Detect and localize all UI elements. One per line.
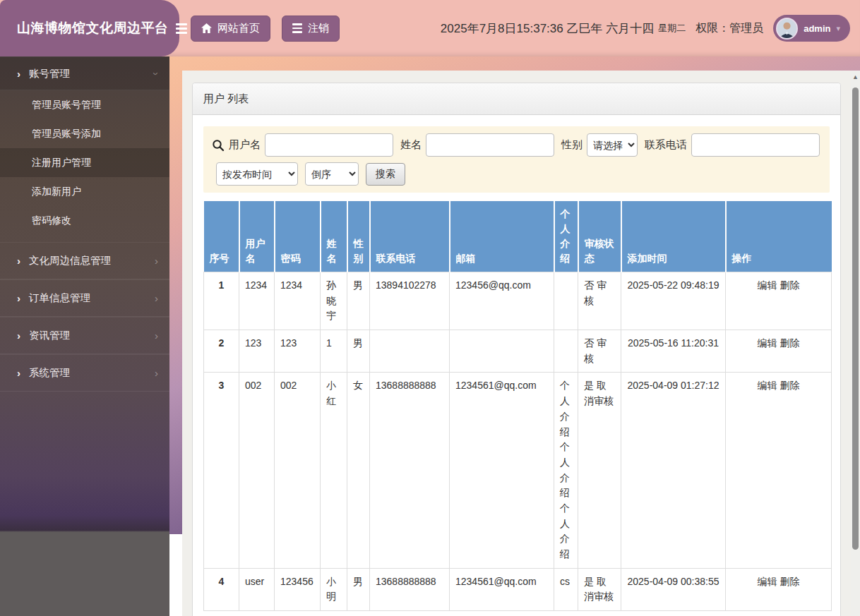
edit-link[interactable]: 编辑 — [758, 576, 777, 587]
delete-link[interactable]: 删除 — [780, 279, 800, 291]
sidebar-item-password-change[interactable]: 密码修改 — [0, 206, 169, 235]
cell-audit-status: 是 取消审核 — [578, 373, 621, 568]
sidebar-item-news-management[interactable]: › 资讯管理 › — [0, 317, 169, 354]
cell-seq: 1 — [204, 272, 239, 330]
scrollbar-thumb[interactable] — [852, 87, 859, 550]
delete-link[interactable]: 删除 — [780, 337, 800, 349]
sidebar-item-account-management[interactable]: › 账号管理 › — [0, 56, 169, 90]
name-input[interactable] — [426, 133, 554, 157]
sidebar-item-admin-account-add[interactable]: 管理员账号添加 — [0, 119, 169, 148]
cell-actions: 编辑删除 — [726, 330, 832, 373]
cell-actions: 编辑删除 — [726, 568, 832, 610]
table-row: 3002002小红女136888888881234561@qq.com个人介绍个… — [204, 373, 832, 568]
column-header: 审核状态 — [578, 201, 621, 272]
chevron-down-icon: ▾ — [836, 24, 840, 33]
sidebar-item-admin-account-manage[interactable]: 管理员账号管理 — [0, 90, 169, 119]
cell-password: 002 — [275, 373, 321, 568]
column-header: 添加时间 — [621, 201, 726, 272]
gender-label: 性别 — [561, 138, 583, 152]
cell-added-time: 2025-05-22 09:48:19 — [621, 272, 726, 330]
cell-intro — [554, 330, 578, 373]
phone-input[interactable] — [691, 133, 820, 157]
sidebar-item-registered-user-manage[interactable]: 注册用户管理 — [0, 148, 169, 177]
user-menu[interactable]: admin ▾ — [773, 15, 850, 42]
sidebar-item-order-info-management[interactable]: › 订单信息管理 › — [0, 279, 169, 317]
username-label: 用户名 — [229, 138, 261, 152]
chevron-right-icon: › — [155, 330, 158, 341]
home-button[interactable]: 网站首页 — [191, 16, 270, 42]
edit-link[interactable]: 编辑 — [758, 380, 777, 391]
cell-audit-status: 否 审核 — [578, 330, 621, 373]
table-row: 112341234孙晓宇男13894102278123456@qq.com否 审… — [204, 272, 832, 330]
user-table: 序号用户名密码姓名性别联系电话邮箱个人介绍审核状态添加时间操作 11234123… — [203, 201, 832, 611]
cell-phone: 13894102278 — [370, 272, 450, 330]
delete-link[interactable]: 删除 — [780, 380, 800, 391]
edit-link[interactable]: 编辑 — [758, 337, 777, 349]
cell-email: 1234561@qq.com — [450, 373, 554, 568]
cell-gender: 男 — [347, 272, 370, 330]
cell-audit-status: 是 取消审核 — [578, 568, 621, 610]
sidebar-item-system-management[interactable]: › 系统管理 › — [0, 354, 169, 392]
username-label: admin — [804, 23, 830, 34]
column-header: 性别 — [347, 201, 370, 272]
hamburger-icon[interactable] — [176, 23, 187, 34]
home-icon — [201, 23, 212, 33]
cell-added-time: 2025-04-09 01:27:12 — [621, 373, 726, 568]
arrow-right-icon: › — [17, 68, 20, 79]
cell-password: 123 — [275, 330, 321, 373]
cell-name: 小明 — [321, 568, 347, 610]
edit-link[interactable]: 编辑 — [758, 279, 777, 291]
cell-phone: 13688888888 — [370, 373, 450, 568]
cell-intro — [554, 272, 578, 330]
avatar — [776, 18, 798, 40]
chevron-right-icon: › — [155, 368, 158, 378]
delete-link[interactable]: 删除 — [780, 576, 800, 587]
column-header: 个人介绍 — [554, 201, 578, 272]
column-header: 联系电话 — [370, 201, 450, 272]
audit-status-text: 是 — [584, 380, 594, 391]
vertical-scrollbar[interactable]: ▲ — [851, 71, 860, 616]
cell-name: 小红 — [321, 373, 347, 568]
audit-status-text: 是 — [584, 576, 594, 587]
cell-actions: 编辑删除 — [726, 272, 832, 330]
arrow-right-icon: › — [17, 293, 20, 303]
arrow-right-icon: › — [17, 255, 20, 266]
sidebar-subitem-label: 管理员账号添加 — [32, 128, 101, 140]
table-header-row: 序号用户名密码姓名性别联系电话邮箱个人介绍审核状态添加时间操作 — [204, 201, 832, 272]
cell-name: 1 — [321, 330, 347, 373]
sidebar-item-culture-info-management[interactable]: › 文化周边信息管理 › — [0, 242, 169, 279]
sort-field-select[interactable]: 按发布时间 — [216, 162, 298, 186]
table-row: 21231231男否 审核2025-05-16 11:20:31编辑删除 — [204, 330, 832, 373]
chevron-down-icon: › — [151, 72, 162, 76]
panel-title: 用户 列表 — [193, 83, 840, 115]
sidebar-item-label: 系统管理 — [29, 366, 70, 380]
name-label: 姓名 — [400, 138, 422, 152]
cell-seq: 2 — [204, 330, 239, 373]
sidebar-item-add-new-user[interactable]: 添加新用户 — [0, 177, 169, 206]
column-header: 序号 — [204, 201, 239, 272]
phone-label: 联系电话 — [645, 138, 687, 152]
chevron-right-icon: › — [155, 255, 158, 266]
search-button[interactable]: 搜索 — [366, 163, 405, 186]
user-list-panel: 用户 列表 用户名 姓名 性别 请选择 联系电话 — [192, 83, 841, 616]
cell-gender: 男 — [347, 330, 370, 373]
panel-body: 用户名 姓名 性别 请选择 联系电话 按发布时间 倒序 — [193, 115, 840, 616]
column-header: 用户名 — [239, 201, 275, 272]
scroll-up-icon[interactable]: ▲ — [851, 71, 860, 80]
column-header: 密码 — [275, 201, 321, 272]
main-content: 用户 列表 用户名 姓名 性别 请选择 联系电话 — [182, 71, 851, 616]
gender-select[interactable]: 请选择 — [587, 133, 638, 157]
search-row-2: 按发布时间 倒序 搜索 — [212, 162, 821, 186]
cell-username: 002 — [239, 373, 275, 568]
chevron-right-icon: › — [155, 293, 158, 303]
sidebar-item-label: 订单信息管理 — [29, 291, 90, 305]
cell-password: 1234 — [275, 272, 321, 330]
sidebar-item-label: 资讯管理 — [29, 329, 70, 342]
username-input[interactable] — [265, 133, 393, 157]
sort-order-select[interactable]: 倒序 — [305, 162, 359, 186]
logout-button[interactable]: 注销 — [282, 16, 340, 42]
cell-gender: 女 — [347, 373, 370, 568]
column-header: 姓名 — [321, 201, 347, 272]
brand-area: 山海博物馆文化周边平台 — [0, 0, 179, 56]
audit-status-text: 否 — [584, 337, 594, 349]
